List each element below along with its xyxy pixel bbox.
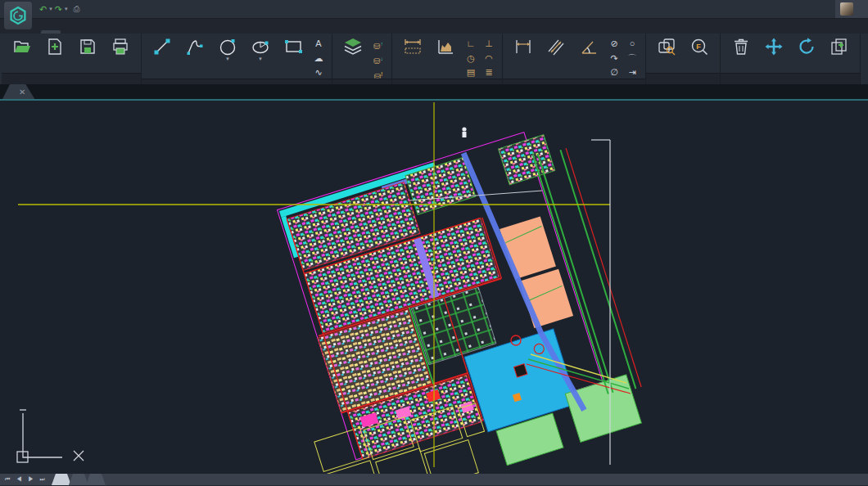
save-icon (78, 36, 97, 57)
undo-icon[interactable]: ↶ (39, 5, 47, 14)
user-avatar (840, 2, 853, 16)
save-button[interactable] (73, 36, 102, 57)
copy-button[interactable] (825, 36, 854, 57)
new-button[interactable] (40, 36, 70, 57)
area-icon (436, 36, 455, 57)
group-label-dimension (503, 79, 645, 84)
line-button[interactable] (147, 36, 177, 57)
layer-on-icon[interactable]: ⛁↑ (371, 38, 386, 52)
measure-table-icon[interactable]: ≣ (481, 66, 496, 79)
group-label-file (2, 73, 141, 84)
tab-navigation-arrows[interactable]: ⏮ ◀ ▶ ⏭ (5, 476, 47, 483)
ucs-icon (17, 410, 84, 462)
document-tab-bar: ✕ (0, 84, 868, 101)
angle-dim-button[interactable] (574, 36, 604, 57)
circle-button[interactable]: ▼ (213, 36, 242, 61)
group-label-draw (142, 79, 332, 84)
group-modify (721, 34, 861, 84)
redo-icon[interactable]: ↷ (55, 5, 62, 14)
polyline-button[interactable] (180, 36, 210, 57)
group-draw: ▼ ▼ A ☁ ∿ (142, 34, 332, 84)
area-button[interactable] (431, 36, 460, 57)
dim-arc-icon[interactable]: ⌒ (625, 52, 640, 65)
tab-layout1[interactable] (69, 474, 88, 485)
measure-perpendicular-icon[interactable]: ⊥ (481, 38, 496, 50)
app-logo-icon[interactable] (4, 2, 32, 29)
revision-cloud-icon[interactable]: ☁ (311, 52, 326, 65)
move-button[interactable] (759, 36, 789, 57)
ellipse-button[interactable]: ▼ (246, 36, 275, 61)
rotate-button[interactable] (792, 36, 821, 57)
city-plan-map (242, 122, 652, 474)
group-label-measure (392, 79, 502, 84)
ellipse-dropdown-icon[interactable]: ▼ (258, 57, 263, 61)
dim-radius-icon[interactable]: ↷ (607, 52, 622, 65)
rectangle-button[interactable] (278, 36, 308, 57)
group-dimension: ⊘ ↷ ∅ ○ ⌒ ⇥ (503, 34, 646, 84)
group-label-tools (646, 73, 720, 84)
ribbon-tab-row (0, 19, 868, 34)
cad-drawing (0, 101, 868, 474)
drawing-canvas[interactable] (0, 101, 868, 474)
measure-arc-icon[interactable]: ◷ (463, 52, 478, 65)
measure-angle-icon[interactable]: ∟ (463, 38, 478, 50)
document-tab[interactable]: ✕ (2, 84, 38, 99)
layers-icon (343, 36, 363, 57)
group-measure: ∟ ◷ ▤ ⊥ ◠ ≣ (392, 34, 503, 84)
trash-icon (731, 36, 751, 57)
document-tab-close-icon[interactable]: ✕ (19, 88, 25, 97)
layer-off-icon[interactable]: ⛁↓ (371, 52, 386, 67)
linear-dim-icon (513, 36, 533, 57)
dim-circle-icon[interactable]: ○ (625, 38, 640, 50)
svg-text:F: F (696, 43, 701, 51)
open-button[interactable] (7, 36, 37, 57)
circle-icon (218, 36, 237, 57)
linear-dim-button[interactable] (509, 36, 538, 57)
redo-dropdown-icon[interactable]: ▾ (65, 6, 68, 12)
measure-small-buttons-1: ∟ ◷ ▤ (463, 36, 478, 79)
dim-diameter-icon[interactable]: ⊘ (607, 38, 622, 50)
ellipse-icon (251, 36, 270, 57)
dim-small-buttons-1: ⊘ ↷ ∅ (607, 36, 622, 79)
spline-icon[interactable]: ∿ (311, 66, 326, 79)
printer-icon (111, 36, 130, 57)
tab-model[interactable] (52, 474, 71, 485)
multiline-text-icon[interactable]: A (311, 38, 326, 50)
delete-button[interactable] (726, 36, 756, 57)
dim-empty-icon[interactable]: ∅ (607, 66, 622, 79)
find-text-icon: F (689, 36, 709, 57)
group-file (2, 34, 142, 84)
aligned-dim-icon (546, 36, 566, 57)
line-icon (152, 36, 172, 57)
user-account[interactable] (835, 0, 868, 18)
group-tools: F (646, 34, 721, 84)
dim-leader-icon[interactable]: ⇥ (625, 66, 640, 79)
layer-manager-button[interactable] (338, 36, 368, 57)
tab-layout2[interactable] (86, 474, 106, 485)
distance-button[interactable] (398, 36, 427, 57)
aligned-dim-button[interactable] (541, 36, 571, 57)
dim-small-buttons-2: ○ ⌒ ⇥ (625, 36, 640, 79)
drawing-compare-button[interactable] (652, 36, 681, 57)
distance-icon (403, 36, 423, 57)
measure-small-buttons-2: ⊥ ◠ ≣ (481, 36, 496, 79)
quick-print-icon[interactable]: ⎙ (73, 4, 79, 14)
find-text-button[interactable]: F (685, 36, 714, 57)
open-folder-icon (12, 36, 32, 57)
layer-small-buttons: ⛁↑ ⛁↓ ⛁! (371, 36, 386, 79)
title-bar: ↶ ▾ ↷ ▾ ⎙ (0, 0, 868, 19)
ribbon: ▼ ▼ A ☁ ∿ ⛁ (0, 34, 868, 84)
new-file-icon (45, 36, 65, 57)
undo-dropdown-icon[interactable]: ▾ (49, 6, 52, 12)
group-layers: ⛁↑ ⛁↓ ⛁! (332, 34, 392, 84)
measure-curve-icon[interactable]: ◠ (481, 52, 496, 65)
polyline-icon (185, 36, 205, 57)
measure-list-icon[interactable]: ▤ (463, 66, 478, 79)
circle-dropdown-icon[interactable]: ▼ (225, 57, 230, 61)
move-icon (764, 36, 784, 57)
drawing-compare-icon (657, 36, 676, 57)
print-button[interactable] (106, 36, 135, 57)
survey-marker-icon (462, 127, 466, 137)
rectangle-icon (283, 36, 303, 57)
quick-access-toolbar: ↶ ▾ ↷ ▾ ⎙ (39, 4, 79, 14)
